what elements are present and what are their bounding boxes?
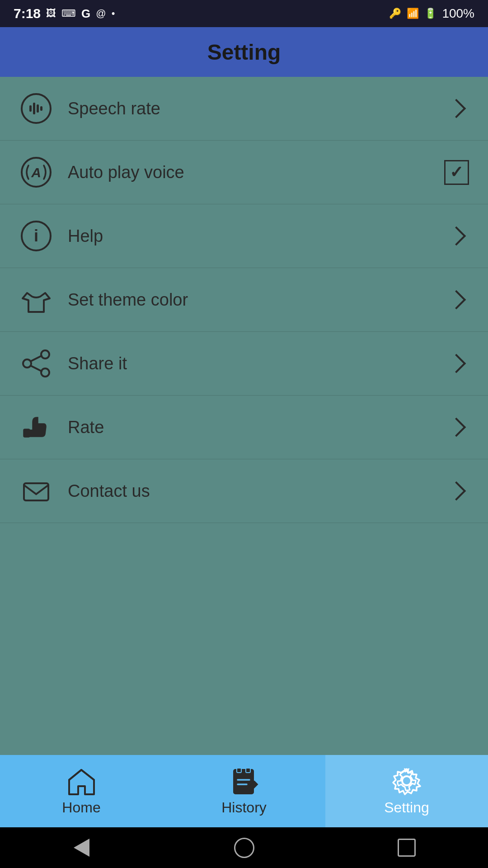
chevron-right-icon: [447, 481, 466, 500]
chevron-right-icon: [447, 226, 466, 245]
settings-item-theme-color[interactable]: Set theme color: [0, 268, 488, 332]
checkbox-icon[interactable]: [444, 160, 469, 185]
page-title: Setting: [207, 40, 281, 65]
svg-rect-4: [40, 106, 42, 111]
home-nav-label: Home: [62, 799, 100, 816]
auto-play-voice-action[interactable]: [443, 159, 470, 186]
contact-label: Contact us: [68, 481, 443, 501]
home-nav-icon: [67, 766, 96, 796]
svg-rect-14: [24, 429, 29, 437]
rate-icon: [18, 409, 54, 445]
back-button[interactable]: [66, 832, 97, 863]
setting-nav-icon: [392, 766, 422, 796]
key-icon: 🔑: [389, 8, 401, 19]
status-bar-left: 7:18 🖼 ⌨ G @ •: [14, 6, 115, 21]
chevron-right-icon: [447, 354, 466, 373]
speech-rate-icon: [18, 90, 54, 127]
nav-item-setting[interactable]: Setting: [325, 755, 488, 827]
history-nav-label: History: [221, 799, 267, 816]
share-action: [443, 350, 470, 377]
help-action: [443, 222, 470, 250]
svg-line-13: [31, 366, 42, 371]
svg-rect-3: [37, 104, 39, 113]
status-bar: 7:18 🖼 ⌨ G @ • 🔑 📶 🔋 100%: [0, 0, 488, 27]
speech-rate-label: Speech rate: [68, 99, 443, 118]
svg-text:A: A: [31, 165, 41, 180]
setting-nav-label: Setting: [384, 799, 429, 816]
battery-icon: 🔋: [424, 8, 436, 19]
settings-item-contact[interactable]: Contact us: [0, 459, 488, 523]
chevron-right-icon: [447, 290, 466, 309]
chevron-right-icon: [447, 418, 466, 437]
svg-rect-2: [33, 103, 35, 114]
google-icon: G: [81, 7, 90, 21]
settings-item-share[interactable]: Share it: [0, 332, 488, 396]
battery-level: 100%: [442, 6, 474, 21]
header: Setting: [0, 27, 488, 77]
settings-item-speech-rate[interactable]: Speech rate: [0, 77, 488, 141]
rate-label: Rate: [68, 418, 443, 437]
at-icon: @: [96, 8, 106, 19]
dot-icon: •: [112, 8, 115, 19]
gallery-icon: 🖼: [46, 8, 56, 19]
share-label: Share it: [68, 354, 443, 373]
speech-rate-action: [443, 95, 470, 122]
history-nav-icon: [230, 766, 259, 796]
settings-item-auto-play-voice[interactable]: A Auto play voice: [0, 141, 488, 204]
help-label: Help: [68, 226, 443, 246]
help-icon: i: [18, 218, 54, 254]
theme-color-action: [443, 286, 470, 313]
status-time: 7:18: [14, 6, 41, 21]
svg-text:i: i: [34, 226, 38, 245]
system-nav: [0, 827, 488, 868]
auto-play-icon: A: [18, 154, 54, 190]
recents-icon: [398, 839, 416, 857]
svg-point-21: [402, 776, 411, 785]
nav-item-home[interactable]: Home: [0, 755, 163, 827]
svg-rect-15: [24, 483, 48, 500]
contact-icon: [18, 473, 54, 509]
svg-line-12: [31, 356, 42, 361]
svg-point-0: [22, 94, 51, 123]
svg-point-11: [23, 359, 31, 368]
wifi-icon: 📶: [407, 8, 419, 19]
share-icon: [18, 345, 54, 382]
home-button[interactable]: [228, 832, 260, 863]
svg-rect-18: [246, 768, 250, 773]
settings-item-rate[interactable]: Rate: [0, 396, 488, 459]
theme-color-label: Set theme color: [68, 290, 443, 310]
svg-rect-1: [29, 105, 32, 112]
nav-item-history[interactable]: History: [163, 755, 325, 827]
rate-action: [443, 414, 470, 441]
settings-list: Speech rate A Auto play voice: [0, 77, 488, 523]
svg-point-9: [41, 350, 49, 359]
keyboard-icon: ⌨: [61, 8, 76, 19]
status-bar-right: 🔑 📶 🔋 100%: [389, 6, 474, 21]
svg-rect-17: [237, 768, 241, 773]
main-content: Speech rate A Auto play voice: [0, 77, 488, 755]
settings-item-help[interactable]: i Help: [0, 204, 488, 268]
contact-action: [443, 477, 470, 505]
bottom-nav: Home History: [0, 755, 488, 827]
chevron-right-icon: [447, 99, 466, 118]
recents-button[interactable]: [391, 832, 422, 863]
theme-icon: [18, 282, 54, 318]
home-icon: [234, 838, 254, 858]
svg-point-10: [41, 368, 49, 377]
back-icon: [74, 839, 89, 857]
auto-play-voice-label: Auto play voice: [68, 163, 443, 182]
